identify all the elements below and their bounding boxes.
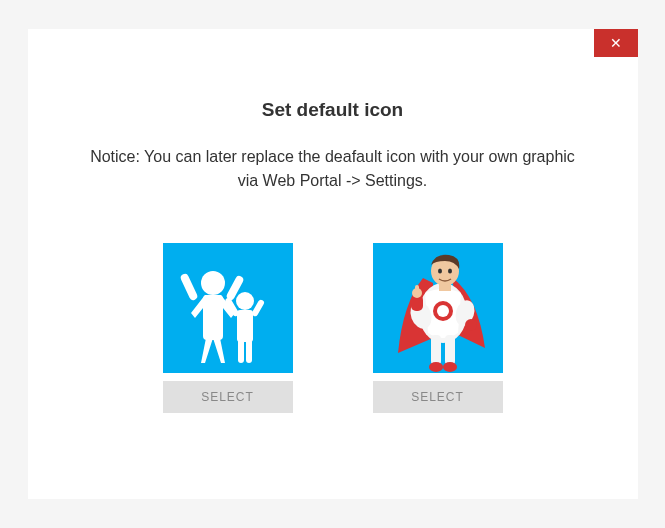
svg-point-15 (429, 362, 443, 372)
svg-rect-5 (237, 310, 253, 342)
close-button[interactable]: ✕ (594, 29, 638, 57)
dialog-title: Set default icon (28, 99, 638, 121)
svg-point-16 (443, 362, 457, 372)
svg-rect-26 (439, 283, 451, 291)
svg-point-24 (438, 269, 442, 274)
svg-rect-1 (203, 295, 223, 340)
svg-rect-14 (445, 335, 455, 365)
svg-rect-8 (238, 339, 244, 363)
icon-option-family: SELECT (163, 243, 293, 413)
svg-point-4 (236, 292, 254, 310)
dialog-window: ✕ Set default icon Notice: You can later… (28, 29, 638, 499)
family-silhouette-icon (163, 243, 293, 373)
dialog-notice: Notice: You can later replace the deafau… (28, 145, 638, 193)
svg-point-12 (437, 305, 449, 317)
svg-rect-9 (246, 339, 252, 363)
svg-point-22 (465, 319, 477, 331)
svg-rect-13 (431, 335, 441, 365)
svg-point-0 (201, 271, 225, 295)
svg-rect-2 (179, 273, 198, 302)
icon-option-superhero: SELECT (373, 243, 503, 413)
superhero-icon (373, 243, 503, 373)
close-icon: ✕ (610, 35, 622, 51)
select-button-superhero[interactable]: SELECT (373, 381, 503, 413)
select-button-family[interactable]: SELECT (163, 381, 293, 413)
icon-options: SELECT (28, 243, 638, 413)
dialog-content: Set default icon Notice: You can later r… (28, 29, 638, 413)
svg-point-25 (448, 269, 452, 274)
svg-rect-20 (415, 285, 419, 293)
